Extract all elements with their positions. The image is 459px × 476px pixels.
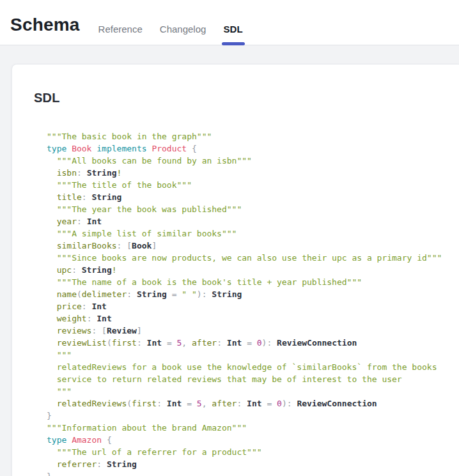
- code-line: reviews: [Review]: [47, 325, 459, 337]
- code-line: """: [47, 349, 459, 361]
- code-line: similarBooks: [Book]: [47, 240, 459, 252]
- code-line: upc: String!: [47, 264, 459, 276]
- tab-bar: Reference Changelog SDL: [98, 24, 243, 35]
- content-area: SDL """The basic book in the graph"""typ…: [0, 45, 459, 476]
- page-title: Schema: [10, 14, 80, 36]
- tab-reference[interactable]: Reference: [98, 24, 143, 35]
- code-line: relatedReviews for a book use the knowle…: [47, 361, 459, 373]
- active-tab-underline: [222, 42, 245, 45]
- code-line: """The basic book in the graph""": [47, 130, 459, 142]
- code-line: """All books can be found by an isbn""": [47, 155, 459, 167]
- code-line: """The year the book was published""": [47, 203, 459, 215]
- code-line: """Since books are now products, we can …: [47, 252, 459, 264]
- code-line: service to return related reviews that m…: [47, 373, 459, 385]
- code-line: """The name of a book is the book's titl…: [47, 276, 459, 288]
- code-line: reviewList(first: Int = 5, after: Int = …: [47, 337, 459, 349]
- code-line: year: Int: [47, 215, 459, 227]
- code-line: type Amazon {: [47, 434, 459, 446]
- code-line: }: [47, 470, 459, 476]
- code-line: type Book implements Product {: [47, 142, 459, 155]
- code-line: relatedReviews(first: Int = 5, after: In…: [47, 397, 459, 410]
- code-line: """The url of a referrer for a product""…: [47, 446, 459, 458]
- sdl-heading: SDL: [34, 91, 459, 105]
- sdl-code: """The basic book in the graph"""type Bo…: [47, 130, 459, 476]
- code-line: price: Int: [47, 300, 459, 312]
- tab-sdl-label: SDL: [223, 24, 243, 35]
- code-line: }: [47, 410, 459, 422]
- code-line: """The title of the book""": [47, 179, 459, 191]
- tab-changelog[interactable]: Changelog: [160, 24, 206, 35]
- code-line: isbn: String!: [47, 167, 459, 179]
- code-line: """Information about the brand Amazon""": [47, 422, 459, 434]
- code-line: """A simple list of similar books""": [47, 227, 459, 240]
- code-line: title: String: [47, 191, 459, 203]
- code-line: """: [47, 385, 459, 397]
- tab-sdl[interactable]: SDL: [223, 24, 243, 35]
- code-line: name(delimeter: String = " "): String: [47, 288, 459, 300]
- header: Schema Reference Changelog SDL: [0, 0, 459, 45]
- code-line: referrer: String: [47, 458, 459, 470]
- sdl-card: SDL """The basic book in the graph"""typ…: [12, 64, 459, 476]
- code-line: weight: Int: [47, 312, 459, 325]
